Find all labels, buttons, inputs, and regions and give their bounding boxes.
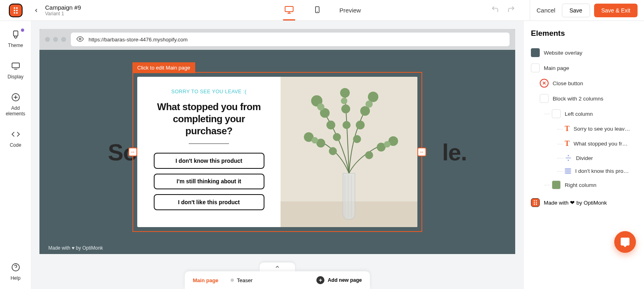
- tree-close-button-label: Close button: [553, 80, 583, 86]
- mobile-device-tab[interactable]: [311, 0, 323, 20]
- svg-point-13: [79, 38, 81, 40]
- tree-text-2-label: What stopped you fr…: [574, 141, 627, 147]
- popup-divider[interactable]: [189, 143, 229, 144]
- tree-close-button[interactable]: ✕ Close button: [540, 76, 637, 91]
- tree-left-col-label: Left column: [565, 111, 593, 117]
- back-button[interactable]: [31, 6, 41, 15]
- svg-rect-5: [13, 31, 18, 36]
- variant-subtitle: Variant 1: [45, 11, 81, 16]
- survey-icon: [565, 168, 571, 174]
- tree-main-page-label: Main page: [544, 65, 569, 71]
- eye-icon: [76, 35, 84, 44]
- tree-text-1[interactable]: T Sorry to see you leav…: [565, 121, 637, 136]
- tree-brand-label: Made with ❤ by OptiMonk: [544, 199, 607, 206]
- text-icon: T: [565, 139, 570, 148]
- tree-text-2[interactable]: T What stopped you fr…: [565, 136, 637, 151]
- background-text-right: le.: [442, 139, 467, 166]
- edit-main-page-tag[interactable]: Click to edit Main page: [132, 62, 195, 73]
- svg-point-38: [341, 98, 347, 104]
- made-with-label: Made with ♥ by OptiMonk: [48, 245, 103, 251]
- svg-point-36: [317, 103, 324, 111]
- address-bar[interactable]: https://barbaras-store-4476.myshopify.co…: [71, 33, 510, 46]
- undo-button[interactable]: [491, 5, 499, 15]
- close-circle-icon: ✕: [540, 79, 549, 88]
- tree-right-col-label: Right column: [565, 182, 597, 188]
- svg-point-21: [326, 121, 335, 129]
- survey-option-3[interactable]: I don't like this product: [154, 194, 264, 210]
- text-icon: T: [565, 125, 570, 133]
- cancel-button[interactable]: Cancel: [537, 7, 555, 14]
- campaign-title: Campaign #9: [45, 4, 81, 11]
- svg-point-39: [312, 137, 318, 143]
- svg-point-25: [340, 88, 350, 98]
- overlay-swatch-icon: [531, 48, 540, 57]
- page-tab-teaser-label: Teaser: [237, 277, 253, 283]
- svg-point-34: [333, 133, 341, 141]
- tree-website-overlay-label: Website overlay: [544, 50, 582, 56]
- tree-divider-label: Divider: [576, 155, 593, 161]
- rail-display-label: Display: [8, 74, 23, 80]
- rail-help[interactable]: Help: [4, 262, 28, 281]
- svg-point-40: [384, 141, 390, 148]
- optimonk-logo-icon: [531, 198, 540, 207]
- page-tab-teaser[interactable]: Teaser: [231, 277, 253, 283]
- rail-theme[interactable]: Theme: [4, 29, 28, 48]
- svg-rect-0: [285, 6, 293, 12]
- survey-option-1[interactable]: I don't know this product: [154, 153, 264, 169]
- svg-point-30: [329, 147, 337, 155]
- tree-divider[interactable]: Divider: [565, 151, 637, 165]
- rail-code-label: Code: [10, 142, 21, 148]
- popup-selection-frame[interactable]: ↔ ↔ SORRY TO SEE YOU LEAVE :( What stopp…: [132, 72, 422, 232]
- rail-code[interactable]: Code: [4, 129, 28, 148]
- svg-point-37: [365, 100, 373, 108]
- teaser-dot-icon: [231, 279, 234, 282]
- checker-thumb-icon: [540, 94, 549, 103]
- survey-option-2[interactable]: I'm still thinking about it: [154, 174, 264, 190]
- add-new-page-label: Add new page: [328, 277, 362, 283]
- tree-block-2col[interactable]: Block with 2 columns: [540, 91, 637, 106]
- preview-link[interactable]: Preview: [339, 7, 361, 14]
- add-new-page-button[interactable]: + Add new page: [316, 276, 362, 284]
- main-page-thumb-icon: [531, 64, 540, 72]
- tree-left-column[interactable]: Left column: [552, 106, 637, 121]
- plus-circle-icon: +: [316, 276, 324, 284]
- tree-main-page[interactable]: Main page: [531, 60, 637, 76]
- app-logo[interactable]: [9, 4, 23, 17]
- tree-brand-row[interactable]: Made with ❤ by OptiMonk: [531, 198, 637, 207]
- divider-icon: [565, 154, 572, 162]
- resize-handle-left[interactable]: ↔: [128, 148, 137, 156]
- address-url: https://barbaras-store-4476.myshopify.co…: [89, 37, 188, 43]
- tree-right-column[interactable]: Right column: [552, 177, 637, 193]
- checker-thumb-icon: [552, 109, 561, 118]
- svg-point-24: [356, 121, 365, 129]
- tree-text-1-label: Sorry to see you leav…: [574, 126, 630, 132]
- svg-point-26: [341, 105, 350, 113]
- rail-add-elements[interactable]: Add elements: [4, 92, 28, 117]
- save-button[interactable]: Save: [562, 4, 590, 17]
- svg-point-33: [365, 151, 373, 159]
- window-controls: [45, 37, 66, 42]
- popup-image[interactable]: [281, 77, 417, 227]
- redo-button[interactable]: [507, 5, 515, 15]
- chat-icon: [620, 237, 630, 247]
- tree-survey[interactable]: I don't know this pro…: [565, 165, 637, 177]
- page-tab-main[interactable]: Main page: [193, 277, 219, 283]
- rail-display[interactable]: Display: [4, 60, 28, 80]
- page-tab-main-label: Main page: [193, 277, 219, 283]
- popup-headline[interactable]: What stopped you from completing your pu…: [149, 101, 268, 137]
- tree-website-overlay[interactable]: Website overlay: [531, 45, 637, 60]
- chevron-up-icon: [275, 264, 280, 270]
- rail-theme-label: Theme: [8, 43, 23, 48]
- tree-block-label: Block with 2 columns: [553, 96, 603, 102]
- desktop-device-tab[interactable]: [283, 0, 295, 20]
- image-thumb-icon: [552, 180, 561, 189]
- svg-point-35: [353, 135, 361, 143]
- rail-help-label: Help: [10, 275, 21, 281]
- resize-handle-right[interactable]: ↔: [417, 148, 426, 156]
- pages-expand-tab[interactable]: [260, 262, 295, 271]
- chat-fab[interactable]: [614, 231, 636, 253]
- popup-eyebrow[interactable]: SORRY TO SEE YOU LEAVE :(: [171, 89, 246, 94]
- save-and-exit-button[interactable]: Save & Exit: [594, 4, 638, 17]
- panel-title: Elements: [531, 29, 637, 38]
- notification-dot-icon: [21, 28, 25, 32]
